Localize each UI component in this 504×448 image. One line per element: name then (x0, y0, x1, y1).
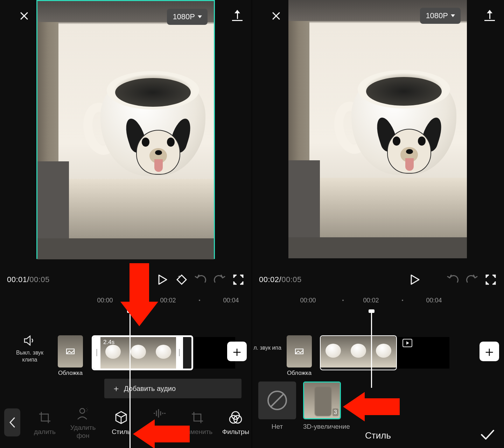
tool-filters[interactable]: Фильтры (220, 409, 252, 436)
plus-icon: ＋ (112, 383, 120, 394)
speaker-icon (24, 335, 36, 347)
export-icon[interactable] (232, 10, 243, 21)
annotation-arrow-left (133, 419, 190, 448)
tool-style[interactable]: Стиль (105, 409, 137, 436)
style-tag: 3 (332, 408, 338, 416)
ruler-dot (199, 300, 200, 301)
export-icon[interactable] (484, 10, 495, 21)
tool-delete[interactable]: далить (29, 409, 61, 436)
resolution-label: 1080P (173, 12, 195, 21)
style-confirm-bar: Стиль (252, 423, 504, 448)
close-button[interactable] (261, 0, 282, 31)
ruler-dot (402, 300, 403, 301)
cup-illustration (79, 61, 205, 187)
tool-remove-bg[interactable]: Удалить фон (67, 405, 99, 440)
resolution-label: 1080P (426, 11, 448, 20)
clip-strip[interactable] (320, 335, 397, 370)
keyframe-button[interactable]: + (175, 273, 188, 286)
fullscreen-button[interactable] (484, 273, 497, 286)
time-duration: 00:05 (281, 275, 302, 284)
tool-label: Стиль (105, 428, 137, 436)
preview-canvas: 1080P (288, 0, 467, 258)
annotation-arrow-down (130, 263, 158, 326)
person-sparkle-icon (67, 405, 99, 422)
timeline[interactable]: Выкл. звук клипа Обложка 丨 丨 2.4s ＋ (0, 332, 252, 381)
play-button[interactable] (156, 273, 169, 286)
cover-thumb (58, 335, 83, 368)
top-right-controls (232, 10, 243, 21)
svg-text:+: + (178, 274, 181, 279)
timecode: 00:01/00:05 (7, 275, 50, 284)
clip-right-handle[interactable]: 丨 (176, 337, 183, 369)
time-duration: 00:05 (29, 275, 50, 284)
cover-label: Обложка (282, 370, 316, 377)
cube-icon (105, 409, 137, 426)
undo-button[interactable] (194, 273, 207, 286)
playhead[interactable] (130, 313, 131, 448)
timeline[interactable]: л. звук ипа Обложка ＋ (252, 332, 504, 381)
panel-title: Стиль (365, 430, 391, 441)
transport-bar: 00:01/00:05 + (0, 267, 252, 292)
top-right-controls (484, 10, 495, 21)
ruler-tick: 00:02 (363, 297, 379, 304)
clip-strip-selected[interactable]: 丨 丨 2.4s (92, 335, 193, 370)
clip-thumbs (321, 336, 396, 370)
transition-button[interactable] (402, 339, 412, 347)
style-thumb-selected: 3 (303, 382, 341, 419)
play-button[interactable] (409, 273, 421, 286)
add-audio-button[interactable]: ＋ Добавить аудио (104, 379, 241, 398)
video-preview[interactable]: 1080P (288, 0, 467, 259)
clip-duration-tag: 2.4s (103, 339, 114, 346)
mute-clip-button[interactable]: Выкл. звук клипа (10, 335, 49, 363)
editor-pane-style-picker: 1080P 00:02/00:05 00:00 00:02 00:04 (252, 0, 504, 448)
fullscreen-button[interactable] (232, 273, 245, 286)
undo-button[interactable] (447, 273, 459, 286)
add-clip-button[interactable]: ＋ (227, 342, 247, 361)
add-audio-label: Добавить аудио (124, 385, 176, 393)
clip-left-handle[interactable]: 丨 (93, 337, 100, 369)
redo-button[interactable] (465, 273, 478, 286)
time-current: 00:01 (7, 275, 27, 284)
video-preview-selected[interactable]: 1080P (36, 0, 215, 259)
chevron-down-icon (451, 14, 455, 17)
chevron-left-icon (9, 417, 16, 428)
filters-icon (220, 409, 252, 426)
clip-toolbar: далить Удалить фон Стиль Измен. звук Изм… (0, 397, 252, 448)
cover-button[interactable]: Обложка (53, 335, 88, 377)
crop-icon (29, 409, 61, 426)
time-current: 00:02 (259, 275, 279, 284)
ruler-tick: 00:04 (426, 297, 442, 304)
confirm-button[interactable] (480, 429, 495, 442)
tool-label: Фильтры (220, 428, 252, 436)
resolution-dropdown[interactable]: 1080P (420, 8, 461, 24)
ruler-tick: 00:00 (97, 297, 113, 304)
tool-label: далить (29, 428, 61, 436)
timecode: 00:02/00:05 (259, 275, 302, 284)
cover-label: Обложка (53, 370, 88, 377)
chevron-down-icon (198, 15, 202, 18)
ruler-dot (342, 300, 344, 301)
editor-pane-clip-selected: 1080P 00:01/00:05 + 00:00 00:02 (0, 0, 252, 448)
ruler-tick: 00:00 (300, 297, 316, 304)
preview-canvas: 1080P (37, 1, 214, 259)
transport-bar: 00:02/00:05 (252, 267, 504, 292)
mute-clip-button[interactable]: л. звук ипа (253, 335, 282, 351)
annotation-arrow-left (343, 392, 400, 421)
svg-point-1 (80, 408, 85, 413)
svg-line-6 (271, 394, 284, 407)
mute-label: Выкл. звук клипа (10, 349, 49, 363)
toolbar-back-button[interactable] (4, 408, 20, 436)
mute-label: л. звук ипа (253, 344, 282, 351)
cover-thumb (287, 335, 312, 368)
cover-button[interactable]: Обложка (282, 335, 316, 377)
add-clip-button[interactable]: ＋ (479, 342, 499, 361)
cup-illustration (330, 59, 456, 186)
close-button[interactable] (9, 0, 30, 31)
time-ruler[interactable]: 00:00 00:02 00:04 (252, 294, 504, 309)
check-icon (480, 429, 495, 440)
resolution-dropdown[interactable]: 1080P (167, 9, 208, 25)
redo-button[interactable] (213, 273, 226, 286)
tool-label: Удалить фон (67, 424, 99, 440)
none-thumb (258, 382, 296, 419)
playhead[interactable] (371, 313, 372, 388)
